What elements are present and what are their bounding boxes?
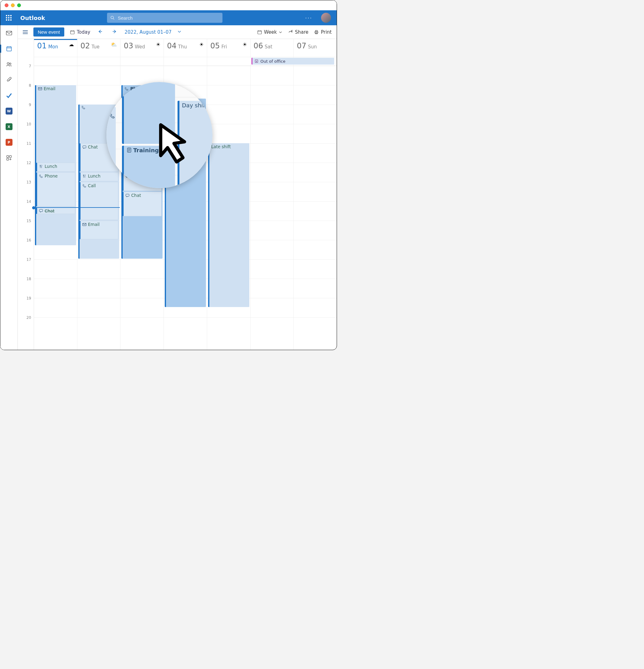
rail-calendar[interactable]	[3, 44, 15, 53]
print-icon	[314, 30, 319, 34]
rail-people[interactable]	[3, 60, 15, 69]
search-input[interactable]	[118, 15, 219, 20]
calendar-today-icon	[70, 30, 75, 34]
nav-toggle-button[interactable]	[23, 30, 28, 34]
weather-icon: ☁	[69, 42, 74, 47]
minimize-window-button[interactable]	[11, 3, 15, 7]
rail-word[interactable]: W	[3, 106, 15, 116]
today-button[interactable]: Today	[70, 29, 90, 35]
titlebar	[0, 0, 337, 10]
day-header[interactable]: 01 Mon☁	[34, 39, 77, 57]
user-avatar[interactable]	[321, 13, 331, 23]
weather-icon: ⛅	[111, 42, 117, 47]
view-selector[interactable]: Week	[257, 29, 282, 35]
day-header[interactable]: 05 Fri☀	[207, 39, 250, 57]
day-column-tue[interactable]: 02 Tue⛅ChatLunchCallEmail	[77, 39, 121, 350]
allday-row[interactable]	[164, 57, 207, 66]
rail-todo[interactable]	[3, 91, 15, 100]
more-menu-button[interactable]: ···	[305, 15, 312, 21]
allday-row[interactable]	[34, 57, 77, 66]
day-header[interactable]: 03 Wed☀	[120, 39, 163, 57]
people-icon	[6, 61, 12, 67]
day-column-fri[interactable]: 05 Fri☀Late shift	[207, 39, 251, 350]
phone-icon	[125, 87, 129, 91]
calendar-event[interactable]: Phone	[36, 172, 75, 207]
day-number: 07	[297, 42, 306, 50]
hour-label: 8	[29, 83, 31, 88]
rail-excel[interactable]: X	[3, 122, 15, 131]
day-number: 06	[254, 42, 263, 50]
day-header[interactable]: 07 Sun	[294, 39, 337, 57]
allday-row[interactable]	[207, 57, 250, 66]
chat-icon	[82, 145, 86, 149]
powerpoint-icon: P	[5, 139, 13, 146]
day-column-sun[interactable]: 07 Sun	[294, 39, 337, 350]
app-window: Outlook ··· W X P New event	[0, 0, 337, 350]
day-name: Sun	[308, 44, 317, 49]
calendar-grid-icon	[257, 30, 262, 34]
rail-mail[interactable]	[3, 28, 15, 38]
hours-area[interactable]: EmailLunchPhoneChat	[34, 66, 77, 350]
event-label: Phone	[45, 173, 58, 179]
allday-row[interactable]	[120, 57, 163, 66]
hours-area[interactable]: Late shift	[207, 66, 250, 350]
week-grid: 01 Mon☁EmailLunchPhoneChat02 Tue⛅ChatLun…	[34, 39, 337, 350]
calendar-event[interactable]: Late shift	[208, 143, 249, 307]
cursor-hand-icon	[145, 119, 198, 173]
event-label: Chat	[88, 144, 98, 150]
calendar-event[interactable]: Lunch	[79, 172, 118, 181]
app-launcher-icon[interactable]	[6, 15, 12, 20]
rail-powerpoint[interactable]: P	[3, 138, 15, 147]
rail-apps[interactable]	[3, 153, 15, 162]
hour-label: 18	[27, 277, 31, 281]
view-label: Week	[264, 29, 277, 35]
share-button[interactable]: Share	[288, 29, 308, 35]
day-column-mon[interactable]: 01 Mon☁EmailLunchPhoneChat	[34, 39, 77, 350]
day-header[interactable]: 04 Thu☀	[164, 39, 207, 57]
day-name: Tue	[91, 44, 100, 49]
day-number: 02	[81, 42, 90, 50]
toolbar: New event Today 2022, August 01–07	[18, 25, 337, 39]
out-of-office-icon	[254, 59, 259, 63]
hours-area[interactable]	[294, 66, 337, 350]
next-week-button[interactable]	[110, 29, 119, 35]
calendar-event[interactable]: Lunch	[36, 162, 75, 172]
note-icon	[126, 147, 132, 153]
arrow-left-icon	[98, 29, 103, 34]
day-header[interactable]: 06 Sat	[251, 39, 294, 57]
allday-row[interactable]	[294, 57, 337, 66]
weather-icon: ☀	[242, 42, 247, 47]
word-icon: W	[5, 108, 13, 115]
maximize-window-button[interactable]	[17, 3, 21, 7]
day-column-sat[interactable]: 06 SatOut of office	[251, 39, 294, 350]
day-header[interactable]: 02 Tue⛅	[77, 39, 120, 57]
date-range-dropdown[interactable]	[177, 29, 182, 35]
current-time-indicator	[32, 207, 120, 208]
event-label: Out of office	[260, 59, 286, 63]
phone-icon	[110, 113, 115, 119]
allday-row[interactable]: Out of office	[251, 57, 294, 66]
prev-week-button[interactable]	[96, 29, 104, 35]
weather-icon: ☀	[199, 42, 204, 47]
new-event-button[interactable]: New event	[33, 27, 64, 37]
hour-label: 13	[27, 180, 31, 184]
calendar-event[interactable]: Email	[79, 220, 118, 239]
hours-area[interactable]	[251, 66, 294, 350]
calendar-event[interactable]: Call	[79, 182, 118, 220]
rail-files[interactable]	[3, 75, 15, 85]
print-button[interactable]: Print	[314, 29, 332, 35]
mail-icon	[82, 223, 86, 227]
date-range-label[interactable]: 2022, August 01–07	[125, 29, 172, 35]
attach-icon	[6, 77, 12, 83]
check-icon	[6, 92, 12, 99]
day-name: Fri	[221, 44, 227, 49]
day-number: 04	[167, 42, 176, 50]
arrow-right-icon	[112, 29, 117, 34]
calendar-event[interactable]: Chat	[122, 191, 162, 216]
close-window-button[interactable]	[5, 3, 9, 7]
allday-row[interactable]	[77, 57, 120, 66]
excel-icon: X	[5, 123, 13, 130]
hour-label: 17	[27, 257, 31, 262]
calendar-event[interactable]: Chat	[36, 207, 75, 214]
search-box[interactable]	[107, 13, 223, 23]
